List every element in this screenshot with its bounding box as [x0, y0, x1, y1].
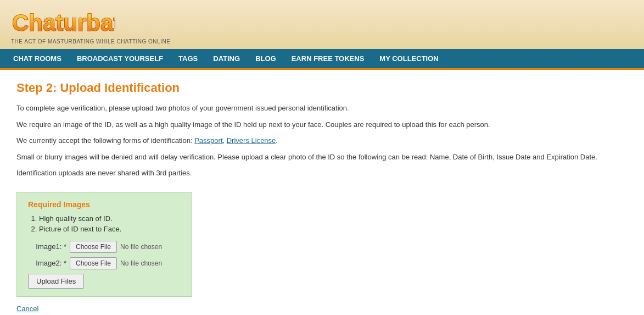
image1-label: Image1: *	[28, 242, 66, 251]
nav-broadcast-yourself[interactable]: BROADCAST YOURSELF	[69, 49, 171, 68]
page-title: Step 2: Upload Identification	[16, 81, 628, 95]
no-file-chosen-2: No file chosen	[120, 259, 162, 267]
nav-blog[interactable]: BLOG	[248, 49, 284, 68]
main-content: Step 2: Upload Identification To complet…	[0, 70, 644, 315]
upload-files-button[interactable]: Upload Files	[28, 274, 84, 289]
desc-line-2: We require an image of the ID, as well a…	[16, 119, 628, 130]
drivers-license-link[interactable]: Drivers License	[227, 136, 276, 145]
nav-my-collection[interactable]: MY COLLECTION	[372, 49, 446, 68]
nav-tags[interactable]: TAGS	[171, 49, 205, 68]
logo-area: Chaturbate THE ACT OF MASTURBATING WHILE…	[11, 5, 170, 45]
svg-text:Chaturbate: Chaturbate	[12, 10, 115, 36]
choose-file-1-button[interactable]: Choose File	[70, 241, 117, 253]
header: Chaturbate THE ACT OF MASTURBATING WHILE…	[0, 0, 644, 49]
desc-line-4: Small or blurry images will be denied an…	[16, 152, 628, 163]
choose-file-2-button[interactable]: Choose File	[70, 257, 117, 269]
no-file-chosen-1: No file chosen	[120, 243, 162, 251]
desc-line-3: We currently accept the following forms …	[16, 135, 628, 146]
cancel-link[interactable]: Cancel	[16, 305, 628, 313]
desc-line-5: Identification uploads are never shared …	[16, 168, 628, 179]
passport-link[interactable]: Passport	[194, 136, 222, 145]
list-item-1: High quality scan of ID.	[39, 214, 181, 223]
logo: Chaturbate	[11, 5, 115, 37]
description: To complete age verification, please upl…	[16, 103, 628, 179]
image1-row: Image1: * Choose File No file chosen	[28, 241, 181, 253]
desc-line-1: To complete age verification, please upl…	[16, 103, 628, 114]
image2-label: Image2: *	[28, 259, 66, 267]
nav-dating[interactable]: DATING	[205, 49, 248, 68]
required-title: Required Images	[28, 200, 181, 209]
required-list: High quality scan of ID. Picture of ID n…	[28, 214, 181, 233]
required-box: Required Images High quality scan of ID.…	[16, 192, 192, 297]
tagline: THE ACT OF MASTURBATING WHILE CHATTING O…	[11, 38, 170, 45]
list-item-2: Picture of ID next to Face.	[39, 225, 181, 233]
nav-chat-rooms[interactable]: CHAT ROOMS	[5, 49, 69, 68]
image2-row: Image2: * Choose File No file chosen	[28, 257, 181, 269]
nav: CHAT ROOMS BROADCAST YOURSELF TAGS DATIN…	[0, 49, 644, 70]
nav-earn-free-tokens[interactable]: EARN FREE TOKENS	[284, 49, 372, 68]
